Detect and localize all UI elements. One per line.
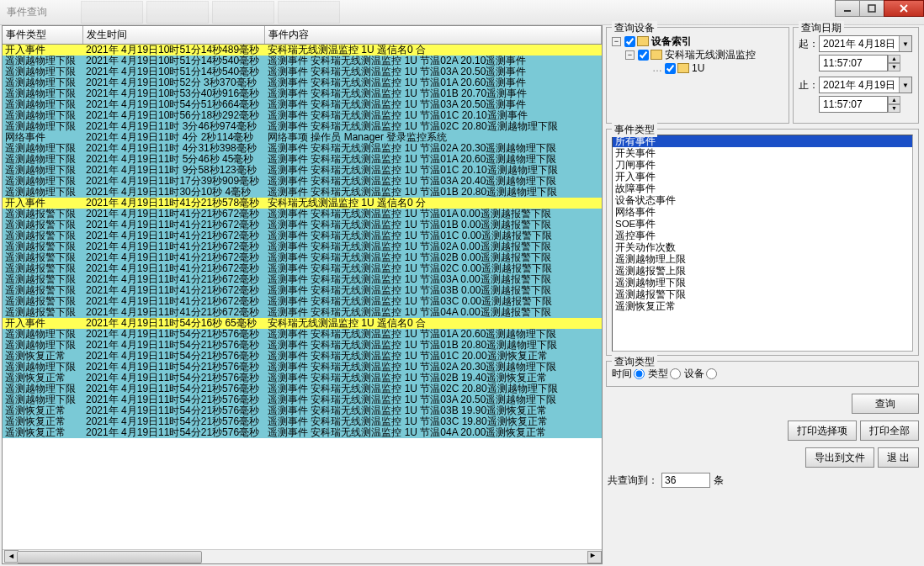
evtypes-legend: 事件类型 [612, 123, 657, 137]
table-row[interactable]: 遥测越物理下限2021年 4月19日11时 9分58秒123毫秒遥测事件 安科瑞… [3, 165, 602, 176]
table-row[interactable]: 遥测恢复正常2021年 4月19日11时54分21秒576毫秒遥测事件 安科瑞无… [3, 351, 602, 362]
event-type-item[interactable]: 网络事件 [613, 206, 912, 218]
event-type-item[interactable]: 遥测越报警下限 [613, 288, 912, 300]
tree-leaf-label[interactable]: 1U [692, 61, 704, 75]
event-table: 事件类型 发生时间 事件内容 开入事件2021年 4月19日10时51分14秒4… [2, 25, 603, 564]
event-type-item[interactable]: 开关事件 [613, 147, 912, 159]
event-type-item[interactable]: 所有事件 [613, 135, 912, 147]
table-row[interactable]: 遥测越物理下限2021年 4月19日11时 5分46秒 45毫秒遥测事件 安科瑞… [3, 154, 602, 165]
table-row[interactable]: 遥测越报警下限2021年 4月19日11时41分21秒672毫秒遥测事件 安科瑞… [3, 252, 602, 263]
spin-up-icon[interactable]: ▲ [888, 96, 900, 104]
close-button[interactable] [884, 0, 924, 17]
event-type-list[interactable]: 所有事件开关事件刀闸事件开入事件故障事件设备状态事件网络事件SOE事件遥控事件开… [612, 135, 913, 352]
tree-root-checkbox[interactable] [624, 36, 635, 47]
print-selection-button[interactable]: 打印选择项 [788, 421, 857, 441]
print-all-button[interactable]: 打印全部 [860, 421, 919, 441]
device-group: 查询设备 − 设备索引 − 安科瑞无线测温监控 [606, 27, 789, 124]
qtype-legend: 查询类型 [612, 355, 657, 369]
event-type-item[interactable]: 刀闸事件 [613, 159, 912, 171]
event-type-item[interactable]: SOE事件 [613, 218, 912, 230]
table-row[interactable]: 遥测越物理下限2021年 4月19日11时54分21秒576毫秒遥测事件 安科瑞… [3, 329, 602, 340]
event-type-item[interactable]: 遥测恢复正常 [613, 300, 912, 312]
table-row[interactable]: 遥测越报警下限2021年 4月19日11时41分21秒672毫秒遥测事件 安科瑞… [3, 220, 602, 230]
col-header-time[interactable]: 发生时间 [83, 26, 265, 44]
table-row[interactable]: 遥测越物理下限2021年 4月19日10时51分14秒540毫秒遥测事件 安科瑞… [3, 66, 602, 77]
event-type-item[interactable]: 故障事件 [613, 182, 912, 194]
query-type-group: 查询类型 时间 类型 设备 [606, 361, 919, 387]
tree-leaf-checkbox[interactable] [665, 63, 676, 74]
table-row[interactable]: 遥测恢复正常2021年 4月19日11时54分21秒576毫秒遥测事件 安科瑞无… [3, 416, 602, 427]
table-row[interactable]: 遥测越物理下限2021年 4月19日10时52分 3秒370毫秒遥测事件 安科瑞… [3, 77, 602, 88]
device-tree[interactable]: − 设备索引 − 安科瑞无线测温监控 … [612, 33, 783, 77]
event-type-group: 事件类型 所有事件开关事件刀闸事件开入事件故障事件设备状态事件网络事件SOE事件… [606, 129, 919, 356]
table-row[interactable]: 遥测越物理下限2021年 4月19日11时54分21秒576毫秒遥测事件 安科瑞… [3, 362, 602, 373]
to-time-input[interactable] [819, 96, 888, 113]
svg-rect-1 [868, 5, 875, 12]
table-row[interactable]: 遥测越报警下限2021年 4月19日11时41分21秒672毫秒遥测事件 安科瑞… [3, 296, 602, 307]
event-type-item[interactable]: 遥测越报警上限 [613, 265, 912, 277]
tree-root-label[interactable]: 设备索引 [651, 34, 692, 48]
table-row[interactable]: 开入事件2021年 4月19日11时54分16秒 65毫秒安科瑞无线测温监控 1… [3, 318, 602, 329]
minimize-button[interactable] [835, 0, 860, 17]
table-row[interactable]: 遥测越报警下限2021年 4月19日11时41分21秒672毫秒遥测事件 安科瑞… [3, 241, 602, 252]
event-type-item[interactable]: 遥测越物理下限 [613, 277, 912, 288]
table-row[interactable]: 遥测越报警下限2021年 4月19日11时41分21秒672毫秒遥测事件 安科瑞… [3, 307, 602, 318]
table-row[interactable]: 遥测越物理下限2021年 4月19日11时 3分46秒974毫秒遥测事件 安科瑞… [3, 121, 602, 132]
table-row[interactable]: 遥测越物理下限2021年 4月19日11时54分21秒576毫秒遥测事件 安科瑞… [3, 384, 602, 394]
device-legend: 查询设备 [612, 21, 657, 35]
table-row[interactable]: 遥测越物理下限2021年 4月19日10时54分51秒664毫秒遥测事件 安科瑞… [3, 99, 602, 110]
dropdown-icon[interactable]: ▼ [899, 77, 911, 93]
tree-child-label[interactable]: 安科瑞无线测温监控 [665, 48, 756, 61]
table-row[interactable]: 遥测越物理下限2021年 4月19日10时51分14秒540毫秒遥测事件 安科瑞… [3, 56, 602, 66]
table-row[interactable]: 开入事件2021年 4月19日11时41分21秒578毫秒安科瑞无线测温监控 1… [3, 198, 602, 209]
spin-down-icon[interactable]: ▼ [888, 104, 900, 113]
table-row[interactable]: 遥测越物理下限2021年 4月19日10时53分40秒916毫秒遥测事件 安科瑞… [3, 88, 602, 99]
table-header: 事件类型 发生时间 事件内容 [3, 26, 602, 45]
tree-child-checkbox[interactable] [638, 50, 649, 61]
spin-up-icon[interactable]: ▲ [888, 55, 900, 63]
event-type-item[interactable]: 开入事件 [613, 171, 912, 182]
table-row[interactable]: 遥测恢复正常2021年 4月19日11时54分21秒576毫秒遥测事件 安科瑞无… [3, 373, 602, 384]
spin-down-icon[interactable]: ▼ [888, 63, 900, 71]
table-row[interactable]: 遥测越报警下限2021年 4月19日11时41分21秒672毫秒遥测事件 安科瑞… [3, 209, 602, 220]
query-button[interactable]: 查询 [852, 394, 919, 414]
background-tabs [81, 1, 343, 24]
table-row[interactable]: 遥测越报警下限2021年 4月19日11时41分21秒672毫秒遥测事件 安科瑞… [3, 230, 602, 241]
col-header-type[interactable]: 事件类型 [3, 26, 83, 44]
table-row[interactable]: 网络事件2021年 4月19日11时 4分 2秒114毫秒网络事项 操作员 Ma… [3, 132, 602, 143]
window-title: 事件查询 [0, 5, 47, 19]
table-row[interactable]: 遥测越物理下限2021年 4月19日11时54分21秒576毫秒遥测事件 安科瑞… [3, 394, 602, 405]
expand-icon[interactable]: − [612, 37, 621, 46]
table-row[interactable]: 遥测恢复正常2021年 4月19日11时54分21秒576毫秒遥测事件 安科瑞无… [3, 405, 602, 416]
table-row[interactable]: 遥测越物理下限2021年 4月19日11时 4分31秒398毫秒遥测事件 安科瑞… [3, 143, 602, 154]
maximize-button[interactable] [859, 0, 884, 17]
event-type-item[interactable]: 开关动作次数 [613, 241, 912, 253]
scroll-right-icon[interactable]: ► [587, 551, 602, 563]
from-date-picker[interactable]: 2021年 4月18日▼ [819, 35, 912, 52]
table-row[interactable]: 遥测越物理下限2021年 4月19日10时56分18秒292毫秒遥测事件 安科瑞… [3, 110, 602, 121]
dropdown-icon[interactable]: ▼ [899, 36, 911, 51]
table-row[interactable]: 开入事件2021年 4月19日10时51分14秒489毫秒安科瑞无线测温监控 1… [3, 45, 602, 56]
table-row[interactable]: 遥测越物理下限2021年 4月19日11时54分21秒576毫秒遥测事件 安科瑞… [3, 340, 602, 351]
table-row[interactable]: 遥测恢复正常2021年 4月19日11时54分21秒576毫秒遥测事件 安科瑞无… [3, 427, 602, 438]
to-date-picker[interactable]: 2021年 4月19日▼ [819, 77, 912, 93]
date-legend: 查询日期 [799, 21, 844, 35]
expand-icon[interactable]: − [625, 50, 635, 60]
event-type-item[interactable]: 遥测越物理上限 [613, 253, 912, 265]
table-body[interactable]: 开入事件2021年 4月19日10时51分14秒489毫秒安科瑞无线测温监控 1… [3, 45, 602, 549]
event-type-item[interactable]: 设备状态事件 [613, 194, 912, 206]
export-button[interactable]: 导出到文件 [805, 447, 874, 468]
exit-button[interactable]: 退 出 [878, 447, 919, 468]
table-row[interactable]: 遥测越报警下限2021年 4月19日11时41分21秒672毫秒遥测事件 安科瑞… [3, 285, 602, 296]
table-row[interactable]: 遥测越报警下限2021年 4月19日11时41分21秒672毫秒遥测事件 安科瑞… [3, 274, 602, 285]
col-header-content[interactable]: 事件内容 [265, 26, 602, 44]
table-row[interactable]: 遥测越报警下限2021年 4月19日11时41分21秒672毫秒遥测事件 安科瑞… [3, 263, 602, 274]
horizontal-scrollbar[interactable]: ◄ ► [3, 549, 602, 563]
table-row[interactable]: 遥测越物理下限2021年 4月19日11时30分10秒 4毫秒遥测事件 安科瑞无… [3, 187, 602, 198]
from-time-input[interactable] [819, 55, 888, 71]
radio-device[interactable]: 设备 [684, 367, 717, 381]
event-type-item[interactable]: 遥控事件 [613, 230, 912, 241]
scroll-thumb[interactable] [17, 551, 202, 563]
table-row[interactable]: 遥测越物理下限2021年 4月19日11时17分39秒909毫秒遥测事件 安科瑞… [3, 176, 602, 187]
count-value [661, 473, 710, 488]
